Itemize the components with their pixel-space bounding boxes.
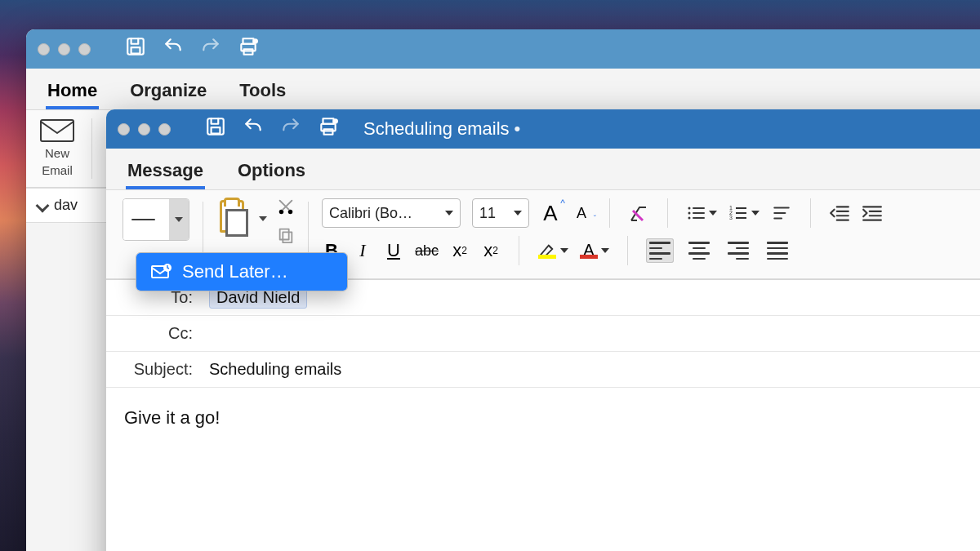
cc-field[interactable]: [204, 332, 980, 335]
compose-window: Scheduling emails• Message Options Send …: [106, 109, 980, 551]
grow-font-button[interactable]: A^: [541, 201, 560, 226]
tab-organize[interactable]: Organize: [128, 75, 208, 109]
minimize-dot[interactable]: [138, 123, 150, 136]
tab-message[interactable]: Message: [126, 155, 205, 189]
align-center-button[interactable]: [685, 238, 713, 263]
align-left-button[interactable]: [646, 238, 674, 263]
italic-button[interactable]: I: [353, 240, 372, 261]
font-family-select[interactable]: Calibri (Bo…: [322, 198, 461, 228]
numbered-list-button[interactable]: 123: [728, 203, 760, 223]
redo-icon[interactable]: [200, 36, 221, 62]
svg-text:3: 3: [729, 215, 733, 220]
compose-titlebar[interactable]: Scheduling emails•: [106, 109, 980, 149]
clear-formatting-button[interactable]: [628, 202, 649, 224]
caret-down-icon: [445, 211, 453, 216]
svg-rect-22: [283, 232, 292, 242]
tab-home[interactable]: Home: [46, 75, 99, 109]
tab-tools[interactable]: Tools: [238, 75, 287, 109]
print-icon[interactable]: [238, 36, 259, 62]
paste-group: [216, 198, 295, 270]
svg-rect-6: [41, 120, 74, 141]
minimize-dot[interactable]: [58, 43, 70, 56]
ribbon-divider: [519, 236, 519, 265]
compose-window-title: Scheduling emails•: [363, 118, 525, 140]
ribbon-divider: [609, 198, 610, 228]
superscript-button[interactable]: x2: [481, 240, 501, 261]
send-split-button[interactable]: [122, 198, 189, 241]
caret-down-icon: [514, 211, 522, 216]
copy-icon[interactable]: [277, 226, 295, 247]
close-dot[interactable]: [38, 43, 50, 56]
svg-rect-8: [212, 127, 220, 134]
highlight-color-button[interactable]: [537, 242, 568, 259]
zoom-dot[interactable]: [158, 123, 171, 136]
compose-headers: To: David Nield Cc: Subject: Scheduling …: [106, 279, 980, 388]
caret-down-icon: [709, 211, 717, 216]
svg-point-27: [688, 217, 691, 220]
compose-ribbon: Send Later…: [106, 189, 980, 279]
new-email-label-1: New: [45, 146, 69, 160]
tab-options[interactable]: Options: [236, 155, 307, 189]
compose-ribbon-tabs: Message Options: [106, 149, 980, 189]
caret-down-icon: [175, 217, 183, 222]
print-icon[interactable]: [318, 116, 339, 142]
save-icon[interactable]: [205, 116, 226, 142]
shrink-font-button[interactable]: Aˇ: [572, 205, 591, 222]
subscript-button[interactable]: x2: [450, 240, 470, 261]
ribbon-divider: [810, 198, 811, 228]
new-email-label-2: Email: [42, 163, 73, 177]
caret-down-icon: [601, 248, 609, 253]
highlight-swatch: [538, 255, 556, 259]
chevron-down-icon: [36, 198, 50, 212]
increase-indent-button[interactable]: [862, 202, 883, 224]
main-ribbon-tabs: Home Organize Tools: [26, 69, 980, 109]
clipboard-icon: [220, 200, 244, 233]
sort-button[interactable]: [771, 202, 792, 224]
subject-label: Subject:: [106, 360, 204, 379]
align-right-button[interactable]: [724, 238, 752, 263]
send-dropdown-button[interactable]: [169, 199, 189, 240]
ribbon-divider: [667, 198, 668, 228]
svg-rect-21: [280, 229, 289, 240]
caret-down-icon: [560, 248, 568, 253]
font-color-button[interactable]: A: [580, 242, 609, 259]
align-justify-button[interactable]: [764, 238, 791, 263]
cc-label: Cc:: [106, 324, 204, 343]
ribbon-divider: [91, 118, 92, 179]
paste-dropdown[interactable]: [259, 216, 267, 221]
font-family-value: Calibri (Bo…: [329, 205, 412, 222]
strikethrough-button[interactable]: abc: [415, 242, 439, 260]
font-size-select[interactable]: 11: [472, 198, 529, 228]
paste-button[interactable]: [216, 198, 251, 241]
send-button[interactable]: [123, 199, 169, 240]
cut-icon[interactable]: [277, 198, 295, 220]
subject-row: Subject: Scheduling emails: [106, 352, 980, 388]
font-size-value: 11: [479, 205, 496, 222]
save-icon[interactable]: [125, 36, 146, 62]
traffic-lights[interactable]: [118, 123, 171, 136]
undo-icon[interactable]: [163, 36, 184, 62]
main-titlebar[interactable]: Inbox•: [26, 29, 980, 69]
svg-rect-1: [131, 47, 140, 54]
close-dot[interactable]: [118, 123, 130, 136]
zoom-dot[interactable]: [78, 43, 91, 56]
sidebar-account-label: dav: [54, 197, 78, 214]
caret-down-icon: [751, 211, 760, 216]
new-email-button[interactable]: New Email: [39, 118, 75, 177]
cc-row: Cc:: [106, 316, 980, 352]
svg-point-25: [688, 212, 691, 215]
message-body[interactable]: Give it a go!: [106, 388, 980, 551]
traffic-lights[interactable]: [38, 43, 91, 56]
bulleted-list-button[interactable]: [686, 203, 717, 223]
font-color-swatch: [580, 255, 598, 259]
subject-field[interactable]: Scheduling emails: [204, 358, 980, 380]
svg-point-23: [688, 207, 691, 210]
redo-icon[interactable]: [280, 116, 301, 142]
undo-icon[interactable]: [243, 116, 264, 142]
underline-button[interactable]: U: [384, 240, 403, 261]
decrease-indent-button[interactable]: [829, 202, 850, 224]
ribbon-divider: [627, 236, 628, 265]
